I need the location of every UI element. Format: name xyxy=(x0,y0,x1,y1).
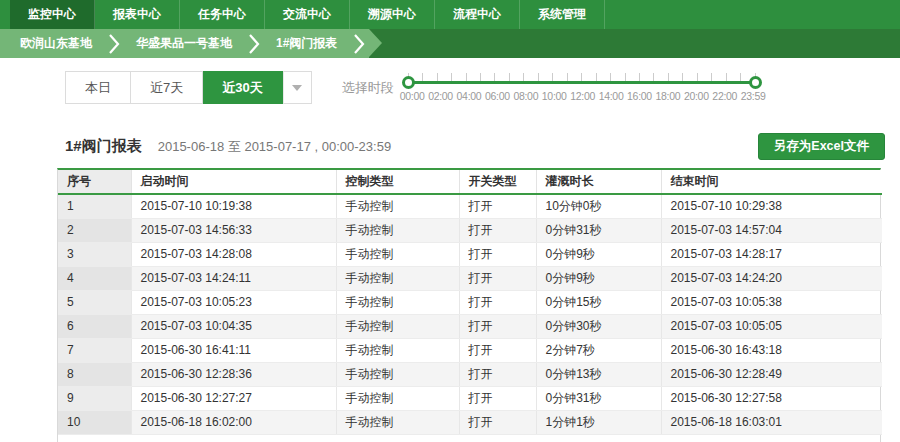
cell-r8-c2: 2015-06-30 12:28:36 xyxy=(131,362,336,386)
tab-3[interactable]: 近30天 xyxy=(203,71,282,104)
chevron-down-icon xyxy=(292,85,302,91)
breadcrumb-item-3[interactable]: 1#阀门报表 xyxy=(264,35,349,52)
cell-r9-c4: 打开 xyxy=(459,386,536,410)
cell-r2-c6: 2015-07-03 14:57:04 xyxy=(661,218,882,242)
slider-time-label: 04:00 xyxy=(457,90,482,102)
chevron-right-icon xyxy=(248,32,260,56)
slider-handle-end[interactable] xyxy=(749,76,762,89)
nav-item-3[interactable]: 任务中心 xyxy=(180,0,265,29)
tab-dropdown-button[interactable] xyxy=(283,71,312,104)
breadcrumb-separator xyxy=(353,32,365,56)
cell-r7-c6: 2015-06-30 16:43:18 xyxy=(661,338,882,362)
nav-item-4[interactable]: 交流中心 xyxy=(265,0,350,29)
date-range-tabs: 本日近7天近30天 xyxy=(65,71,312,104)
slider-time-label: 16:00 xyxy=(627,90,652,102)
slider-time-label: 10:00 xyxy=(542,90,567,102)
cell-r5-c6: 2015-07-03 10:05:38 xyxy=(661,290,882,314)
cell-r6-c2: 2015-07-03 10:04:35 xyxy=(131,314,336,338)
cell-r8-c1: 8 xyxy=(58,362,131,386)
time-range-slider: 00:0002:0004:0006:0008:0010:0012:0014:00… xyxy=(408,71,756,119)
cell-r7-c4: 打开 xyxy=(459,338,536,362)
slider-time-label: 20:00 xyxy=(684,90,709,102)
chevron-right-icon xyxy=(353,32,365,56)
report-date-range: 2015-06-18 至 2015-07-17 , 00:00-23:59 xyxy=(158,138,391,156)
cell-r6-c3: 手动控制 xyxy=(336,314,459,338)
cell-r10-c2: 2015-06-18 16:02:00 xyxy=(131,410,336,434)
cell-r7-c1: 7 xyxy=(58,338,131,362)
cell-r2-c4: 打开 xyxy=(459,218,536,242)
cell-r9-c6: 2015-06-30 12:27:58 xyxy=(661,386,882,410)
slider-track xyxy=(408,81,756,84)
cell-r5-c4: 打开 xyxy=(459,290,536,314)
breadcrumb-separator xyxy=(248,32,260,56)
cell-r5-c1: 5 xyxy=(58,290,131,314)
column-header-5: 灌溉时长 xyxy=(536,170,661,194)
nav-item-1[interactable]: 监控中心 xyxy=(10,0,95,29)
cell-r6-c6: 2015-07-03 10:05:05 xyxy=(661,314,882,338)
breadcrumb-item-2[interactable]: 华盛果品一号基地 xyxy=(124,35,244,52)
filter-row: 本日近7天近30天 选择时段 00:0002:0004:0006:0008:00… xyxy=(65,71,900,119)
cell-r7-c2: 2015-06-30 16:41:11 xyxy=(131,338,336,362)
cell-r9-c2: 2015-06-30 12:27:27 xyxy=(131,386,336,410)
cell-r4-c5: 0分钟9秒 xyxy=(536,266,661,290)
slider-time-label: 14:00 xyxy=(599,90,624,102)
table-row: 92015-06-30 12:27:27手动控制打开0分钟31秒2015-06-… xyxy=(58,386,882,410)
cell-r6-c1: 6 xyxy=(58,314,131,338)
cell-r4-c1: 4 xyxy=(58,266,131,290)
cell-r2-c1: 2 xyxy=(58,218,131,242)
cell-r10-c5: 1分钟1秒 xyxy=(536,410,661,434)
cell-r1-c5: 10分钟0秒 xyxy=(536,194,661,218)
table-row: 52015-07-03 10:05:23手动控制打开0分钟15秒2015-07-… xyxy=(58,290,882,314)
cell-r1-c2: 2015-07-10 10:19:38 xyxy=(131,194,336,218)
column-header-3: 控制类型 xyxy=(336,170,459,194)
slider-time-label: 22:00 xyxy=(712,90,737,102)
slider-time-label: 08:00 xyxy=(513,90,538,102)
slider-time-label: 02:00 xyxy=(428,90,453,102)
cell-r4-c3: 手动控制 xyxy=(336,266,459,290)
top-nav: 监控中心报表中心任务中心交流中心溯源中心流程中心系统管理 xyxy=(0,0,900,29)
cell-r3-c1: 3 xyxy=(58,242,131,266)
cell-r1-c6: 2015-07-10 10:29:38 xyxy=(661,194,882,218)
tab-1[interactable]: 本日 xyxy=(65,71,131,104)
nav-item-6[interactable]: 流程中心 xyxy=(435,0,520,29)
cell-r2-c2: 2015-07-03 14:56:33 xyxy=(131,218,336,242)
cell-r3-c6: 2015-07-03 14:28:17 xyxy=(661,242,882,266)
table-row: 12015-07-10 10:19:38手动控制打开10分钟0秒2015-07-… xyxy=(58,194,882,218)
column-header-1: 序号 xyxy=(58,170,131,194)
cell-r10-c3: 手动控制 xyxy=(336,410,459,434)
cell-r1-c4: 打开 xyxy=(459,194,536,218)
slider-time-label: 12:00 xyxy=(570,90,595,102)
cell-r10-c1: 10 xyxy=(58,410,131,434)
breadcrumb-separator xyxy=(108,32,120,56)
valve-report-table: 序号启动时间控制类型开关类型灌溉时长结束时间 12015-07-10 10:19… xyxy=(58,170,882,435)
breadcrumb-band: 欧润山东基地华盛果品一号基地1#阀门报表 xyxy=(0,29,369,58)
table-row: 22015-07-03 14:56:33手动控制打开0分钟31秒2015-07-… xyxy=(58,218,882,242)
cell-r4-c4: 打开 xyxy=(459,266,536,290)
table-header-row: 序号启动时间控制类型开关类型灌溉时长结束时间 xyxy=(58,170,882,194)
table-row: 72015-06-30 16:41:11手动控制打开2分钟7秒2015-06-3… xyxy=(58,338,882,362)
breadcrumb-item-1[interactable]: 欧润山东基地 xyxy=(8,35,104,52)
nav-item-2[interactable]: 报表中心 xyxy=(95,0,180,29)
export-excel-button[interactable]: 另存为Excel文件 xyxy=(758,133,885,160)
cell-r8-c3: 手动控制 xyxy=(336,362,459,386)
breadcrumb-arrow-end xyxy=(369,29,382,57)
breadcrumb: 欧润山东基地华盛果品一号基地1#阀门报表 xyxy=(0,29,900,58)
slider-handle-start[interactable] xyxy=(402,76,415,89)
time-slider-label: 选择时段 xyxy=(342,79,394,97)
cell-r7-c3: 手动控制 xyxy=(336,338,459,362)
nav-item-5[interactable]: 溯源中心 xyxy=(350,0,435,29)
report-header: 1#阀门报表 2015-06-18 至 2015-07-17 , 00:00-2… xyxy=(65,133,885,160)
slider-time-label: 00:00 xyxy=(400,90,425,102)
cell-r8-c6: 2015-06-30 12:28:49 xyxy=(661,362,882,386)
cell-r10-c6: 2015-06-18 16:03:01 xyxy=(661,410,882,434)
column-header-2: 启动时间 xyxy=(131,170,336,194)
cell-r3-c4: 打开 xyxy=(459,242,536,266)
cell-r10-c4: 打开 xyxy=(459,410,536,434)
slider-time-label: 18:00 xyxy=(656,90,681,102)
cell-r5-c5: 0分钟15秒 xyxy=(536,290,661,314)
tab-2[interactable]: 近7天 xyxy=(131,71,203,104)
cell-r3-c2: 2015-07-03 14:28:08 xyxy=(131,242,336,266)
cell-r2-c3: 手动控制 xyxy=(336,218,459,242)
nav-item-7[interactable]: 系统管理 xyxy=(520,0,605,29)
slider-time-label: 23:59 xyxy=(741,90,766,102)
